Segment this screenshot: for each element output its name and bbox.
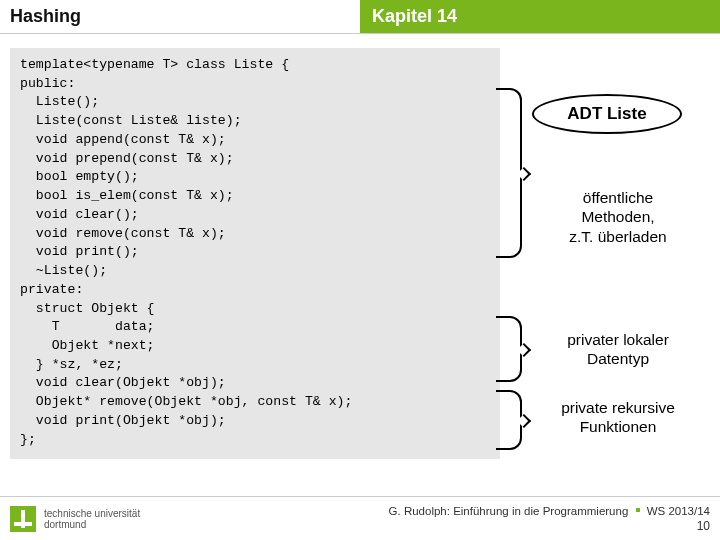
uni-name-line1: technische universität: [44, 508, 140, 519]
adt-title-ellipse: ADT Liste: [532, 94, 682, 134]
slide-body: template<typename T> class Liste { publi…: [0, 34, 720, 496]
uni-name-line2: dortmund: [44, 519, 140, 530]
annotation-column: ADT Liste öffentlicheMethoden,z.T. überl…: [520, 48, 710, 478]
adt-title-text: ADT Liste: [567, 104, 646, 124]
brace-private-type: [496, 316, 522, 382]
tu-logo-mark-icon: [10, 506, 36, 532]
separator-dot-icon: [636, 508, 640, 512]
brace-public: [496, 88, 522, 258]
annotation-public-methods: öffentlicheMethoden,z.T. überladen: [532, 188, 704, 246]
brace-private-funcs: [496, 390, 522, 450]
annotation-private-type: privater lokalerDatentyp: [532, 330, 704, 369]
term-label: WS 2013/14: [647, 505, 710, 517]
footer: technische universität dortmund G. Rudol…: [0, 496, 720, 540]
page-number: 10: [389, 519, 710, 533]
code-listing: template<typename T> class Liste { publi…: [10, 48, 500, 459]
header-topic: Hashing: [0, 0, 360, 33]
lecturer-credit: G. Rudolph: Einführung in die Programmie…: [389, 505, 629, 517]
tu-logo: technische universität dortmund: [10, 506, 140, 532]
header-bar: Hashing Kapitel 14: [0, 0, 720, 34]
header-chapter: Kapitel 14: [360, 0, 720, 33]
annotation-private-funcs: private rekursiveFunktionen: [532, 398, 704, 437]
footer-right: G. Rudolph: Einführung in die Programmie…: [389, 505, 710, 533]
tu-logo-text: technische universität dortmund: [44, 508, 140, 530]
